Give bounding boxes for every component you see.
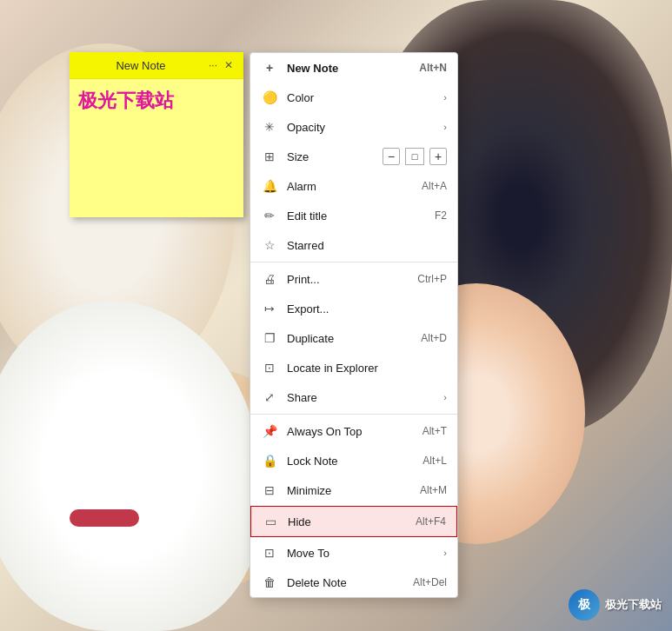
- menu-label-starred: Starred: [287, 239, 447, 252]
- menu-label-print: Print...: [287, 273, 410, 286]
- sticky-note-header: New Note ··· ✕: [70, 52, 243, 79]
- menu-shortcut-print: Ctrl+P: [417, 273, 447, 285]
- menu-item-delete-note[interactable]: 🗑Delete NoteAlt+Del: [250, 568, 457, 597]
- menu-shortcut-always-on-top: Alt+T: [422, 425, 447, 437]
- menu-item-starred[interactable]: ☆Starred: [250, 230, 457, 260]
- size-controls: −□+: [383, 148, 447, 165]
- menu-shortcut-lock-note: Alt+L: [422, 455, 447, 467]
- sticky-note: New Note ··· ✕ 极光下载站: [70, 52, 243, 217]
- size-increase-button[interactable]: +: [429, 148, 447, 165]
- menu-item-new-note[interactable]: +New NoteAlt+N: [250, 53, 457, 83]
- menu-label-opacity: Opacity: [287, 121, 440, 134]
- edit-icon: ✏: [261, 207, 278, 224]
- sticky-note-title: New Note: [77, 59, 205, 72]
- menu-shortcut-duplicate: Alt+D: [421, 332, 447, 344]
- lock-icon: 🔒: [261, 452, 278, 469]
- star-icon: ☆: [261, 236, 278, 254]
- menu-divider: [250, 414, 457, 415]
- size-display: □: [405, 148, 424, 165]
- sun-icon: ✳: [261, 118, 278, 136]
- menu-label-locate: Locate in Explorer: [287, 362, 447, 375]
- sticky-note-content: 极光下载站: [70, 79, 243, 123]
- plus-icon: +: [261, 59, 278, 76]
- menu-shortcut-edit-title: F2: [435, 209, 447, 222]
- menu-label-new-note: New Note: [287, 62, 412, 75]
- menu-label-share: Share: [287, 391, 440, 404]
- menu-shortcut-new-note: Alt+N: [419, 62, 447, 74]
- menu-item-locate[interactable]: ⊡Locate in Explorer: [250, 353, 457, 382]
- minimize-icon: ⊟: [261, 482, 278, 499]
- size-decrease-button[interactable]: −: [383, 148, 400, 165]
- resize-icon: ⊞: [261, 148, 278, 165]
- menu-divider: [250, 262, 457, 262]
- move-icon: ⊡: [261, 544, 278, 561]
- menu-shortcut-minimize: Alt+M: [420, 484, 447, 496]
- menu-label-duplicate: Duplicate: [287, 332, 414, 345]
- pin-icon: 📌: [261, 422, 278, 440]
- menu-arrow-share: ›: [443, 392, 447, 402]
- circle-yellow-icon: 🟡: [261, 89, 278, 106]
- menu-item-opacity[interactable]: ✳Opacity›: [250, 112, 457, 142]
- menu-item-size[interactable]: ⊞Size−□+: [250, 142, 457, 171]
- menu-item-share[interactable]: ⤢Share›: [250, 382, 457, 412]
- menu-label-lock-note: Lock Note: [287, 455, 416, 468]
- menu-label-edit-title: Edit title: [287, 209, 428, 223]
- menu-label-size: Size: [287, 150, 383, 163]
- bg-collar-shape: [70, 509, 139, 527]
- menu-item-always-on-top[interactable]: 📌Always On TopAlt+T: [250, 416, 457, 446]
- menu-item-move-to[interactable]: ⊡Move To›: [250, 538, 457, 568]
- menu-label-alarm: Alarm: [287, 180, 415, 193]
- menu-label-always-on-top: Always On Top: [287, 425, 416, 438]
- menu-item-duplicate[interactable]: ❐DuplicateAlt+D: [250, 323, 457, 353]
- menu-item-hide[interactable]: ▭HideAlt+F4: [250, 506, 457, 537]
- bell-icon: 🔔: [261, 177, 278, 195]
- menu-arrow-opacity: ›: [443, 122, 447, 132]
- hide-icon: ▭: [262, 513, 279, 530]
- menu-arrow-color: ›: [443, 92, 447, 103]
- trash-icon: 🗑: [261, 574, 278, 591]
- menu-item-edit-title[interactable]: ✏Edit titleF2: [250, 201, 457, 230]
- menu-item-print[interactable]: 🖨Print...Ctrl+P: [250, 264, 457, 294]
- menu-item-alarm[interactable]: 🔔AlarmAlt+A: [250, 171, 457, 201]
- menu-shortcut-delete-note: Alt+Del: [413, 576, 447, 588]
- menu-item-minimize[interactable]: ⊟MinimizeAlt+M: [250, 475, 457, 505]
- menu-shortcut-hide: Alt+F4: [416, 515, 446, 528]
- watermark: 极 极光下载站: [569, 589, 662, 621]
- watermark-icon: 极: [569, 589, 600, 621]
- context-menu: +New NoteAlt+N🟡Color›✳Opacity›⊞Size−□+🔔A…: [250, 52, 458, 598]
- menu-label-color: Color: [287, 91, 440, 104]
- sticky-note-text: 极光下载站: [78, 90, 174, 111]
- menu-label-export: Export...: [287, 302, 447, 316]
- watermark-text: 极光下载站: [605, 597, 662, 613]
- menu-item-lock-note[interactable]: 🔒Lock NoteAlt+L: [250, 446, 457, 475]
- menu-label-hide: Hide: [288, 515, 409, 528]
- menu-label-minimize: Minimize: [287, 484, 413, 497]
- duplicate-icon: ❐: [261, 329, 278, 347]
- locate-icon: ⊡: [261, 359, 278, 376]
- menu-item-export[interactable]: ↦Export...: [250, 294, 457, 323]
- share-icon: ⤢: [261, 389, 278, 406]
- watermark-icon-text: 极: [578, 597, 590, 613]
- menu-label-delete-note: Delete Note: [287, 576, 406, 589]
- menu-label-move-to: Move To: [287, 547, 440, 560]
- sticky-note-menu-button[interactable]: ···: [205, 57, 221, 73]
- print-icon: 🖨: [261, 270, 278, 288]
- sticky-note-close-button[interactable]: ✕: [221, 57, 236, 73]
- menu-item-color[interactable]: 🟡Color›: [250, 83, 457, 112]
- menu-shortcut-alarm: Alt+A: [422, 180, 447, 192]
- export-icon: ↦: [261, 300, 278, 317]
- menu-arrow-move-to: ›: [443, 548, 447, 558]
